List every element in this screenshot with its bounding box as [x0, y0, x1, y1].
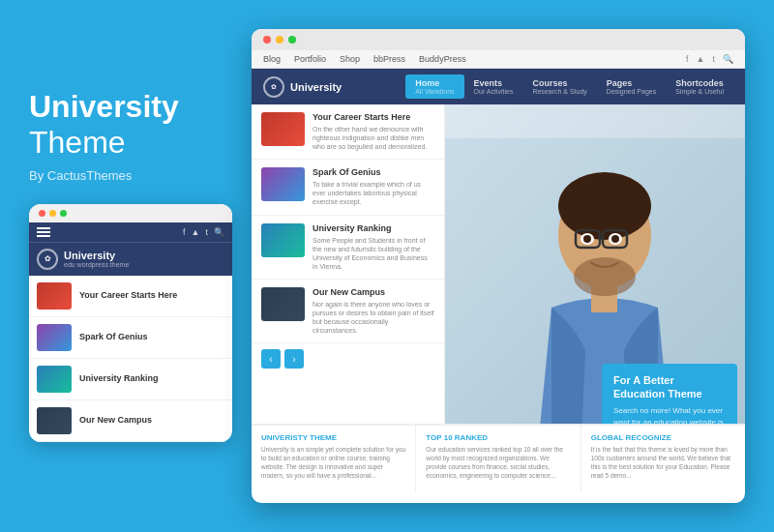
- list-desc: On the other hand we denounce with right…: [313, 125, 434, 151]
- mobile-logo-text: University: [64, 250, 129, 261]
- dot-minimize[interactable]: [276, 36, 283, 44]
- thumb-genius: [37, 324, 72, 351]
- facebook-icon: f: [183, 227, 186, 237]
- desktop-content: Your Career Starts Here On the other han…: [252, 104, 745, 491]
- svg-point-7: [574, 257, 636, 296]
- mobile-logo-circle: ✿: [37, 249, 58, 270]
- stat-title: TOP 10 RANKED: [426, 433, 570, 442]
- mobile-top-bar: [29, 204, 232, 222]
- mobile-list: Your Career Starts Here Spark Of Genius …: [29, 276, 232, 442]
- hamburger-icon[interactable]: [37, 227, 50, 237]
- stat-global: GLOBAL RECOGNIZE It is the fact that thi…: [581, 426, 745, 491]
- logo-name: University: [290, 81, 342, 93]
- desktop-bottom-stats: UNIVERISTY THEME University is an simple…: [252, 424, 745, 491]
- list-title: Your Career Starts Here: [313, 112, 434, 122]
- youtube-icon: ▲: [192, 227, 200, 237]
- nav-buddypress[interactable]: BuddyPress: [419, 54, 466, 64]
- title-bold: University: [29, 90, 232, 124]
- list-desc: Nor again is there anyone who loves or p…: [313, 300, 434, 335]
- desktop-mockup: Blog Portfolio Shop bbPress BuddyPress f…: [252, 29, 745, 503]
- list-item: Your Career Starts Here: [29, 276, 232, 317]
- mobile-logo-bar: ✿ University edu wordpress theme: [29, 242, 232, 276]
- prev-button[interactable]: ‹: [261, 349, 281, 369]
- nav-item-shortcodes[interactable]: Shortcodes Simple & Useful: [666, 74, 733, 99]
- twitter-icon: t: [205, 227, 208, 237]
- thumb-genius: [261, 167, 305, 201]
- thumb-campus: [261, 287, 305, 321]
- list-desc: Some People and Students in front of the…: [313, 236, 434, 271]
- svg-point-9: [583, 235, 591, 243]
- list-title: University Ranking: [313, 223, 434, 233]
- thumb-career: [37, 282, 72, 310]
- desktop-header: ✿ University Home All Variations Events …: [252, 69, 745, 104]
- youtube-icon[interactable]: ▲: [697, 54, 705, 64]
- nav-sub: Our Activities: [474, 88, 514, 95]
- nav-portfolio[interactable]: Portfolio: [294, 54, 326, 64]
- nav-item-events[interactable]: Events Our Activities: [464, 74, 523, 99]
- stat-text: Our education services ranked top 10 all…: [426, 445, 570, 480]
- list-title: Spark Of Genius: [313, 167, 434, 177]
- main-title: University Theme: [29, 90, 232, 160]
- item-text: Your Career Starts Here: [79, 290, 177, 301]
- list-item: University Ranking: [29, 359, 232, 400]
- nav-blog[interactable]: Blog: [263, 54, 281, 64]
- nav-shop[interactable]: Shop: [340, 54, 360, 64]
- search-icon[interactable]: 🔍: [214, 227, 224, 237]
- list-item: Our New Campus: [29, 400, 232, 442]
- svg-point-11: [611, 235, 619, 243]
- hero-card-title: For A Better Education Theme: [613, 373, 726, 401]
- nav-label: Pages: [607, 78, 656, 88]
- nav-bbpress[interactable]: bbPress: [373, 54, 405, 64]
- list-item: Spark Of Genius: [29, 317, 232, 359]
- nav-sub: Simple & Useful: [675, 88, 724, 95]
- nav-label: Home: [415, 78, 454, 88]
- nav-item-home[interactable]: Home All Variations: [405, 74, 463, 99]
- item-text: University Ranking: [79, 373, 159, 384]
- thumb-career: [261, 112, 305, 146]
- facebook-icon[interactable]: f: [686, 54, 689, 64]
- item-text: Spark Of Genius: [79, 332, 148, 342]
- desktop-top-bar: [252, 29, 745, 50]
- nav-item-courses[interactable]: Courses Research & Study: [522, 74, 596, 99]
- thumb-ranking: [37, 366, 72, 393]
- by-line: By CactusThemes: [29, 168, 232, 183]
- twitter-icon[interactable]: t: [712, 54, 715, 64]
- title-light: Theme: [29, 125, 232, 161]
- dot-red: [39, 210, 45, 217]
- thumb-campus: [37, 407, 72, 434]
- nav-label: Events: [474, 78, 514, 88]
- dot-green: [60, 210, 67, 217]
- list-item-ranking: University Ranking Some People and Stude…: [252, 216, 444, 280]
- nav-sub: Research & Study: [532, 88, 586, 95]
- nav-label: Courses: [532, 78, 586, 88]
- thumb-ranking: [261, 223, 305, 257]
- stat-text: University is an simple yet complete sol…: [261, 445, 405, 480]
- desktop-social-icons: f ▲ t 🔍: [686, 54, 733, 64]
- list-desc: To take a trivial example which of us ev…: [313, 180, 434, 206]
- dot-yellow: [49, 210, 56, 217]
- list-item-genius: Spark Of Genius To take a trivial exampl…: [252, 160, 444, 215]
- logo-emblem: ✿: [263, 76, 284, 98]
- desktop-toolbar: Blog Portfolio Shop bbPress BuddyPress f…: [252, 50, 745, 69]
- main-nav: Home All Variations Events Our Activitie…: [405, 74, 733, 99]
- list-title: Our New Campus: [313, 287, 434, 297]
- search-icon[interactable]: 🔍: [723, 54, 733, 64]
- next-button[interactable]: ›: [284, 349, 304, 369]
- desktop-logo: ✿ University: [263, 76, 342, 98]
- stat-text: It is the fact that this theme is loved …: [591, 445, 735, 480]
- item-text: Our New Campus: [79, 415, 152, 426]
- stat-title: GLOBAL RECOGNIZE: [591, 433, 735, 442]
- mobile-logo-sub: edu wordpress theme: [64, 261, 129, 268]
- stat-title: UNIVERISTY THEME: [261, 433, 405, 442]
- mobile-social-icons: f ▲ t 🔍: [183, 227, 224, 237]
- pagination: ‹ ›: [252, 343, 444, 374]
- mobile-mockup: f ▲ t 🔍 ✿ University edu wordpress theme…: [29, 204, 232, 442]
- stat-ranked: TOP 10 RANKED Our education services ran…: [416, 426, 580, 491]
- nav-item-pages[interactable]: Pages Designed Pages: [597, 74, 666, 99]
- left-panel: University Theme By CactusThemes f ▲ t 🔍…: [29, 90, 242, 441]
- mobile-nav-bar: f ▲ t 🔍: [29, 222, 232, 242]
- toolbar-nav: Blog Portfolio Shop bbPress BuddyPress: [263, 54, 466, 64]
- dot-maximize[interactable]: [288, 36, 296, 44]
- dot-close[interactable]: [263, 36, 271, 44]
- nav-label: Shortcodes: [675, 78, 724, 88]
